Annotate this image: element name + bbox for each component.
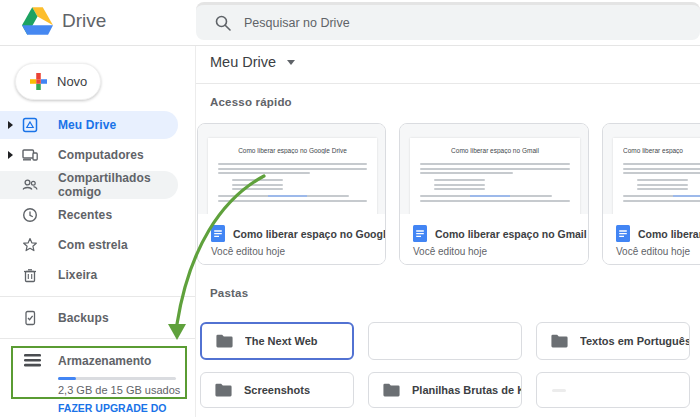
upgrade-storage-link[interactable]: FAZER UPGRADE DO ARMAZENAMENTO [58, 402, 167, 417]
sidebar-item-lixeira[interactable]: Lixeira [0, 261, 178, 289]
file-card-footer: Como liberar espaço no Google... Você ed… [198, 214, 385, 264]
doc-preview: Como liberar espaço [603, 124, 700, 216]
search-input[interactable] [244, 16, 644, 30]
search-bar[interactable] [196, 2, 700, 40]
sidebar-item-meu-drive[interactable]: Meu Drive [0, 111, 178, 139]
header-divider [0, 45, 700, 46]
sidebar-item-label: Compartilhados comigo [58, 171, 178, 199]
doc-preview-page: Como liberar espaço no Google Drive [208, 138, 377, 216]
file-card-footer: Como liberar e Você editou hoje [603, 214, 700, 264]
doc-preview: Como liberar espaço no Gmail [400, 124, 588, 216]
sidebar-section-divider [0, 296, 195, 297]
new-button[interactable]: Novo [15, 63, 101, 100]
shared-with-me-icon [22, 177, 38, 193]
file-card-subtitle: Você editou hoje [211, 246, 285, 257]
file-card-subtitle: Você editou hoje [616, 246, 690, 257]
folder-name-placeholder [552, 389, 566, 392]
sidebar-item-label: Meu Drive [58, 118, 116, 132]
my-drive-icon [22, 117, 38, 133]
file-card-gmail-doc[interactable]: Como liberar espaço no Gmail Como libera… [399, 123, 589, 265]
trash-icon [22, 267, 38, 283]
folder-name: Screenshots [244, 384, 310, 396]
plus-icon [30, 73, 47, 90]
upgrade-line1: FAZER UPGRADE DO [58, 402, 167, 415]
folder-name: The Next Web [245, 335, 318, 347]
file-card-title: Como liberar espaço no Gmail [435, 228, 587, 240]
folder-tile-textos-em-portugues[interactable]: Textos em Português [536, 322, 690, 360]
file-card-google-drive-doc[interactable]: Como liberar espaço no Google Drive Como… [197, 123, 386, 265]
folder-name: Planilhas Brutas de K... [412, 384, 521, 396]
folder-tile-screenshots[interactable]: Screenshots [200, 372, 354, 408]
starred-icon [22, 237, 38, 253]
doc-preview-page: Como liberar espaço no Gmail [410, 138, 580, 216]
doc-preview: Como liberar espaço no Google Drive [198, 124, 385, 216]
storage-progress-bar [58, 377, 176, 380]
sidebar-item-label: Computadores [58, 148, 144, 162]
google-docs-icon [211, 225, 225, 242]
file-card-title: Como liberar espaço no Google... [233, 228, 386, 240]
sidebar-item-backups[interactable]: Backups [0, 304, 178, 332]
search-icon [215, 15, 231, 31]
sidebar-divider [195, 46, 196, 417]
folder-icon [551, 334, 568, 348]
doc-preview-title: Como liberar espaço no Google Drive [218, 147, 367, 154]
google-docs-icon [616, 225, 630, 242]
folder-icon [215, 383, 232, 397]
quick-access-label: Acesso rápido [210, 96, 292, 108]
drive-logo-icon [22, 7, 53, 35]
file-card-footer: Como liberar espaço no Gmail Você editou… [400, 214, 588, 264]
storage-usage-text: 2,3 GB de 15 GB usados [58, 384, 180, 396]
page-title: Meu Drive [210, 54, 276, 70]
sidebar-item-label: Recentes [58, 208, 112, 222]
folder-tile-the-next-web[interactable]: The Next Web [200, 322, 354, 360]
expand-arrow-icon[interactable] [8, 121, 13, 129]
breadcrumb-my-drive[interactable]: Meu Drive [210, 54, 295, 70]
file-card-third-doc[interactable]: Como liberar espaço Como liberar e Você … [602, 123, 700, 265]
doc-preview-title: Como liberar espaço [623, 147, 700, 154]
folder-icon [383, 383, 400, 397]
google-docs-icon [413, 225, 427, 242]
folders-label: Pastas [210, 287, 248, 299]
chevron-down-icon[interactable] [287, 60, 295, 65]
content-divider [196, 83, 700, 84]
folder-icon [216, 334, 233, 348]
folder-tile-empty[interactable] [536, 372, 690, 408]
storage-title: Armazenamento [58, 354, 151, 368]
file-card-subtitle: Você editou hoje [413, 246, 487, 257]
file-card-title: Como liberar e [638, 228, 700, 240]
sidebar-item-com-estrela[interactable]: Com estrela [0, 231, 178, 259]
sidebar-section-divider [0, 338, 195, 339]
new-button-label: Novo [57, 74, 87, 89]
folder-tile-planilhas-brutas[interactable]: Planilhas Brutas de K... [368, 372, 522, 408]
sidebar-item-label: Lixeira [58, 268, 97, 282]
app-title: Drive [62, 10, 106, 32]
doc-preview-title: Como liberar espaço no Gmail [420, 147, 570, 154]
sidebar-item-computadores[interactable]: Computadores [0, 141, 178, 169]
sidebar-item-recentes[interactable]: Recentes [0, 201, 178, 229]
sidebar-item-label: Backups [58, 311, 109, 325]
folder-name: Textos em Português [580, 335, 689, 347]
folder-tile-empty[interactable] [368, 322, 522, 360]
storage-progress-fill [58, 377, 76, 380]
sidebar-item-label: Com estrela [58, 238, 128, 252]
computers-icon [22, 147, 38, 163]
google-drive-window: Drive Novo Meu Drive [0, 0, 700, 417]
storage-icon [24, 354, 41, 367]
sidebar-item-compartilhados[interactable]: Compartilhados comigo [0, 171, 178, 199]
expand-arrow-icon[interactable] [8, 151, 13, 159]
drive-logo[interactable]: Drive [22, 7, 106, 35]
doc-preview-page: Como liberar espaço [613, 138, 700, 216]
recent-icon [22, 207, 38, 223]
backups-icon [22, 310, 38, 326]
